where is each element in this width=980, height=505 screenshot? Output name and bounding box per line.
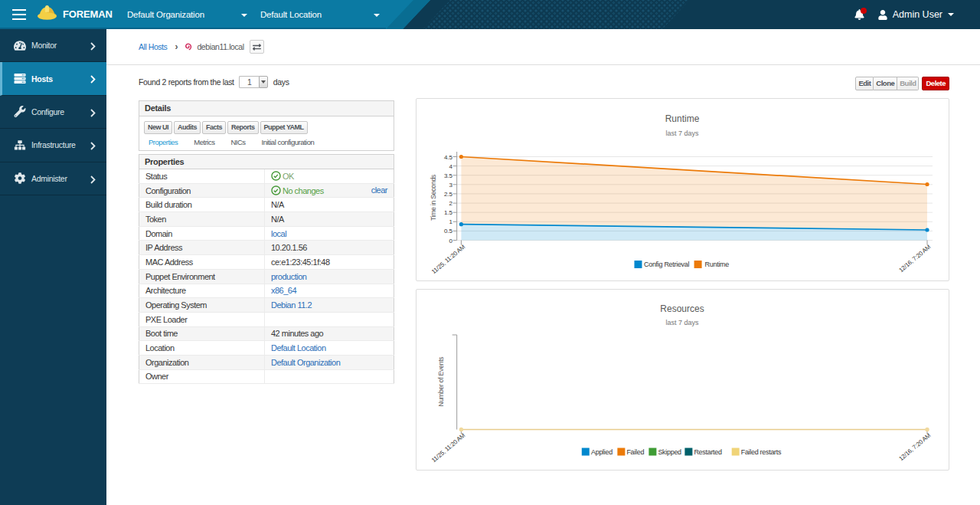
svg-text:last 7 days: last 7 days [665,130,699,137]
svg-text:3: 3 [449,182,453,189]
svg-text:Applied: Applied [591,448,612,456]
svg-text:0: 0 [449,238,453,244]
svg-text:Resources: Resources [660,303,704,314]
svg-text:12/16, 7:20 AM: 12/16, 7:20 AM [897,243,932,274]
svg-text:Failed: Failed [626,448,644,456]
svg-text:11/25, 11:20 AM: 11/25, 11:20 AM [430,243,467,275]
svg-text:Config Retrieval: Config Retrieval [644,261,690,268]
svg-text:4.5: 4.5 [444,154,453,161]
svg-text:3.5: 3.5 [444,172,453,179]
svg-text:Time in Seconds: Time in Seconds [430,175,437,221]
svg-text:Runtime: Runtime [705,261,730,268]
svg-text:1.5: 1.5 [444,209,453,216]
svg-text:Skipped: Skipped [658,448,681,456]
svg-text:Failed restarts: Failed restarts [741,448,782,456]
svg-text:Restarted: Restarted [694,448,722,456]
svg-text:1: 1 [449,218,453,225]
svg-text:4: 4 [449,163,453,170]
svg-text:2.5: 2.5 [444,191,453,198]
svg-text:2: 2 [449,200,453,207]
svg-text:Runtime: Runtime [665,113,700,124]
svg-text:0.5: 0.5 [444,228,453,234]
svg-text:last 7 days: last 7 days [665,319,699,326]
svg-text:Number of Events: Number of Events [437,357,445,407]
svg-text:12/16, 7:20 AM: 12/16, 7:20 AM [897,431,932,462]
svg-text:11/25, 11:20 AM: 11/25, 11:20 AM [430,431,467,464]
